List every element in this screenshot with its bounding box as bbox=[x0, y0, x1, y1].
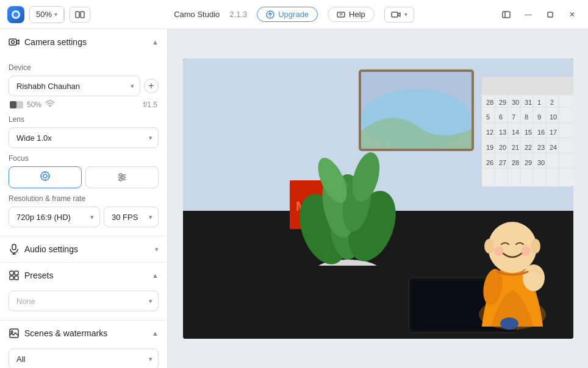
svg-point-33 bbox=[11, 331, 13, 333]
svg-point-97 bbox=[494, 246, 504, 256]
audio-settings-label: Audio settings bbox=[24, 244, 78, 254]
sidebar-toggle-button[interactable] bbox=[498, 6, 515, 23]
maximize-button[interactable] bbox=[542, 6, 559, 23]
camera-settings-header[interactable]: Camera settings ▲ bbox=[0, 29, 167, 55]
svg-point-13 bbox=[41, 172, 49, 180]
camera-preview: 28 29 30 31 1 2 5 6 7 8 9 10 12 13 14 bbox=[183, 58, 573, 339]
focus-auto-button[interactable] bbox=[9, 166, 82, 188]
svg-text:10: 10 bbox=[550, 113, 557, 121]
sliders-icon bbox=[117, 172, 127, 183]
svg-rect-28 bbox=[10, 271, 13, 275]
fps-select-wrapper: 30 FPS 60 FPS 24 FPS ▾ bbox=[104, 207, 159, 227]
svg-text:29: 29 bbox=[499, 99, 506, 106]
fps-select[interactable]: 30 FPS 60 FPS 24 FPS bbox=[104, 207, 159, 227]
svg-point-23 bbox=[122, 176, 124, 179]
presets-body: None ▾ bbox=[0, 288, 167, 320]
svg-text:27: 27 bbox=[499, 159, 506, 166]
device-select[interactable]: Rishabh Chauhan bbox=[9, 76, 140, 96]
scenes-header[interactable]: Scenes & watermarks ▲ bbox=[0, 320, 167, 346]
svg-text:1: 1 bbox=[537, 99, 541, 106]
split-view-btn[interactable] bbox=[70, 7, 90, 23]
scenes-select-wrapper: All ▾ bbox=[9, 349, 159, 368]
audio-settings-header[interactable]: Audio settings ▾ bbox=[0, 236, 167, 262]
close-button[interactable]: ✕ bbox=[564, 6, 581, 23]
svg-text:22: 22 bbox=[525, 144, 532, 151]
svg-rect-30 bbox=[10, 276, 13, 280]
svg-point-11 bbox=[12, 41, 15, 44]
svg-rect-2 bbox=[76, 12, 79, 18]
svg-text:7: 7 bbox=[512, 113, 515, 121]
main-layout: Camera settings ▲ Device Rishabh Chauhan… bbox=[0, 29, 588, 368]
svg-text:5: 5 bbox=[486, 113, 490, 121]
app-title: Camo Studio bbox=[174, 10, 220, 19]
battery-icon bbox=[10, 101, 23, 108]
svg-rect-31 bbox=[15, 276, 18, 280]
svg-rect-9 bbox=[548, 12, 553, 17]
scenes-body: All ▾ bbox=[0, 346, 167, 368]
scene-svg: 28 29 30 31 1 2 5 6 7 8 9 10 12 13 14 bbox=[183, 58, 573, 339]
svg-text:24: 24 bbox=[550, 144, 557, 151]
device-row: Rishabh Chauhan ▾ + bbox=[9, 76, 159, 96]
titlebar: 50% ▾ Camo Studio 2.1.3 Upgrade Help bbox=[0, 0, 588, 29]
scenes-select[interactable]: All bbox=[9, 349, 159, 368]
svg-point-22 bbox=[120, 174, 122, 176]
svg-text:21: 21 bbox=[512, 144, 519, 151]
svg-point-102 bbox=[531, 239, 540, 253]
svg-text:16: 16 bbox=[537, 129, 545, 136]
resolution-label: Resolution & frame rate bbox=[9, 194, 159, 203]
zoom-value[interactable]: 50% ▾ bbox=[30, 7, 64, 23]
app-logo bbox=[7, 6, 24, 23]
minimize-button[interactable]: — bbox=[520, 6, 537, 23]
microphone-icon bbox=[9, 244, 20, 255]
add-device-button[interactable]: + bbox=[144, 79, 159, 93]
camera-source-button[interactable]: ▾ bbox=[384, 7, 414, 23]
help-button[interactable]: Help bbox=[328, 7, 375, 22]
presets-label: Presets bbox=[24, 271, 53, 280]
svg-rect-29 bbox=[15, 271, 18, 275]
presets-header[interactable]: Presets ▲ bbox=[0, 263, 167, 288]
presets-chevron-icon: ▲ bbox=[152, 272, 159, 279]
svg-point-99 bbox=[523, 264, 545, 291]
svg-point-96 bbox=[488, 222, 537, 273]
svg-point-12 bbox=[49, 106, 51, 107]
svg-point-1 bbox=[13, 12, 18, 17]
svg-rect-3 bbox=[81, 12, 84, 18]
wifi-icon bbox=[45, 100, 55, 109]
focus-field-label: Focus bbox=[9, 154, 159, 163]
resolution-row: 720p 16:9 (HD) 1080p 16:9 (FHD) 4K 16:9 … bbox=[9, 207, 159, 227]
zoom-chevron-icon: ▾ bbox=[54, 11, 57, 18]
camera-settings-header-left: Camera settings bbox=[9, 37, 87, 48]
svg-text:12: 12 bbox=[486, 129, 493, 136]
audio-settings-header-left: Audio settings bbox=[9, 244, 78, 255]
lens-select[interactable]: Wide 1.0x Telephoto 2.0x Ultra Wide 0.5x bbox=[9, 127, 159, 148]
svg-text:26: 26 bbox=[486, 159, 493, 166]
minimize-icon: — bbox=[525, 10, 532, 19]
device-label: Device bbox=[9, 63, 159, 72]
camera-settings-body: Device Rishabh Chauhan ▾ + bbox=[0, 55, 167, 236]
presets-select[interactable]: None bbox=[9, 291, 159, 311]
scenes-header-left: Scenes & watermarks bbox=[9, 328, 107, 339]
camera-icon bbox=[391, 10, 401, 19]
svg-rect-7 bbox=[503, 12, 510, 18]
device-info: 50% f/1.5 bbox=[9, 100, 159, 109]
svg-text:28: 28 bbox=[512, 159, 519, 166]
camera-settings-chevron-icon: ▲ bbox=[152, 38, 159, 46]
camera-settings-label: Camera settings bbox=[24, 37, 87, 47]
aperture-value: f/1.5 bbox=[143, 101, 157, 109]
focus-manual-button[interactable] bbox=[85, 166, 159, 188]
target-icon bbox=[40, 171, 51, 184]
zoom-control[interactable]: 50% ▾ bbox=[29, 6, 65, 23]
device-select-wrapper: Rishabh Chauhan ▾ bbox=[9, 76, 140, 96]
svg-text:6: 6 bbox=[499, 113, 503, 121]
camera-source-chevron: ▾ bbox=[404, 11, 407, 18]
resolution-select[interactable]: 720p 16:9 (HD) 1080p 16:9 (FHD) 4K 16:9 … bbox=[9, 207, 100, 227]
presets-icon bbox=[9, 270, 20, 281]
svg-text:30: 30 bbox=[512, 99, 519, 106]
add-icon: + bbox=[148, 80, 154, 91]
help-icon bbox=[337, 10, 345, 19]
battery-fill bbox=[10, 101, 16, 108]
svg-rect-38 bbox=[482, 77, 573, 95]
svg-point-98 bbox=[521, 246, 531, 256]
upgrade-button[interactable]: Upgrade bbox=[257, 7, 318, 22]
resolution-select-wrapper: 720p 16:9 (HD) 1080p 16:9 (FHD) 4K 16:9 … bbox=[9, 207, 100, 227]
